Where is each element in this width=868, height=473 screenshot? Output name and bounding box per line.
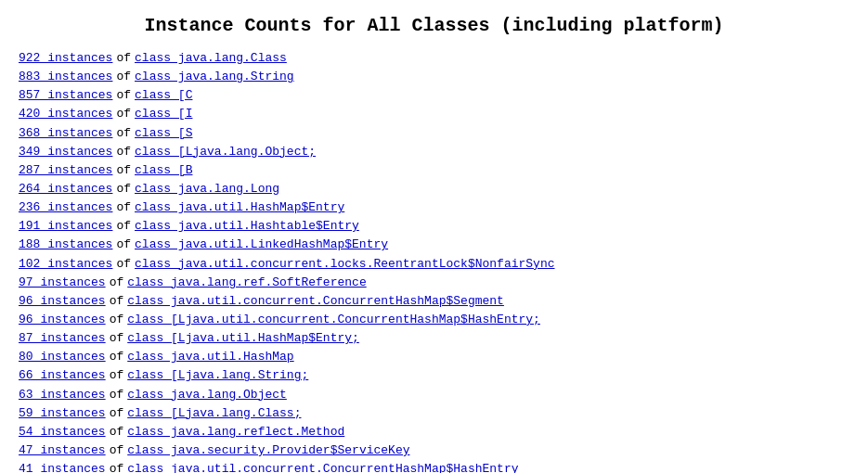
class-link[interactable]: class java.util.concurrent.locks.Reentra… (135, 255, 554, 274)
table-row: 102 instances of class java.util.concurr… (19, 255, 849, 274)
instance-count[interactable]: 66 instances (19, 366, 106, 385)
of-label: of (116, 105, 131, 123)
of-label: of (110, 423, 124, 441)
of-label: of (110, 460, 124, 473)
instance-count[interactable]: 188 instances (19, 236, 112, 254)
of-label: of (116, 143, 131, 161)
table-row: 41 instances of class java.util.concurre… (19, 460, 849, 473)
class-link[interactable]: class java.lang.ref.SoftReference (127, 274, 366, 292)
instance-count[interactable]: 59 instances (19, 404, 106, 423)
class-link[interactable]: class java.lang.Long (135, 180, 279, 198)
table-row: 63 instances of class java.lang.Object (19, 386, 849, 404)
instance-count[interactable]: 857 instances (19, 86, 112, 105)
table-row: 80 instances of class java.util.HashMap (19, 348, 849, 366)
of-label: of (116, 255, 131, 274)
table-row: 47 instances of class java.security.Prov… (19, 441, 849, 460)
table-row: 59 instances of class [Ljava.lang.Class; (19, 404, 849, 423)
class-link[interactable]: class java.util.HashMap (127, 348, 293, 366)
instance-count[interactable]: 97 instances (19, 274, 106, 292)
class-link[interactable]: class java.lang.reflect.Method (127, 423, 344, 441)
table-row: 883 instances of class java.lang.String (19, 68, 849, 86)
of-label: of (110, 404, 124, 423)
class-link[interactable]: class [Ljava.lang.String; (127, 366, 308, 385)
of-label: of (110, 441, 124, 460)
instance-count[interactable]: 96 instances (19, 292, 106, 311)
table-row: 857 instances of class [C (19, 86, 849, 105)
instance-count[interactable]: 47 instances (19, 441, 106, 460)
table-row: 349 instances of class [Ljava.lang.Objec… (19, 143, 849, 161)
table-row: 66 instances of class [Ljava.lang.String… (19, 366, 849, 385)
class-link[interactable]: class [Ljava.util.concurrent.ConcurrentH… (127, 311, 540, 329)
table-row: 264 instances of class java.lang.Long (19, 180, 849, 198)
class-link[interactable]: class [Ljava.lang.Object; (135, 143, 316, 161)
class-link[interactable]: class [Ljava.lang.Class; (127, 404, 301, 423)
of-label: of (110, 386, 124, 404)
table-row: 96 instances of class [Ljava.util.concur… (19, 311, 849, 329)
class-link[interactable]: class [B (135, 161, 192, 180)
instance-count[interactable]: 87 instances (19, 329, 106, 348)
class-link[interactable]: class java.lang.Object (127, 386, 287, 404)
of-label: of (116, 124, 131, 143)
instance-count[interactable]: 368 instances (19, 124, 112, 143)
instance-count[interactable]: 883 instances (19, 68, 112, 86)
class-link[interactable]: class java.util.concurrent.ConcurrentHas… (127, 460, 518, 473)
of-label: of (110, 366, 124, 385)
class-link[interactable]: class [S (135, 124, 192, 143)
table-row: 188 instances of class java.util.LinkedH… (19, 236, 849, 254)
of-label: of (116, 180, 131, 198)
class-link[interactable]: class [I (135, 105, 192, 123)
of-label: of (116, 236, 131, 254)
instance-count[interactable]: 41 instances (19, 460, 106, 473)
instance-count[interactable]: 80 instances (19, 348, 106, 366)
of-label: of (116, 217, 131, 236)
of-label: of (116, 68, 131, 86)
page-title: Instance Counts for All Classes (includi… (19, 15, 849, 36)
instance-count[interactable]: 54 instances (19, 423, 106, 441)
class-link[interactable]: class java.util.HashMap$Entry (135, 198, 344, 217)
class-link[interactable]: class java.lang.String (135, 68, 294, 86)
table-row: 87 instances of class [Ljava.util.HashMa… (19, 329, 849, 348)
table-row: 191 instances of class java.util.Hashtab… (19, 217, 849, 236)
of-label: of (110, 348, 124, 366)
of-label: of (116, 161, 131, 180)
class-link[interactable]: class [Ljava.util.HashMap$Entry; (127, 329, 359, 348)
table-row: 922 instances of class java.lang.Class (19, 49, 849, 68)
table-row: 420 instances of class [I (19, 105, 849, 123)
instance-count[interactable]: 236 instances (19, 198, 112, 217)
class-link[interactable]: class java.util.concurrent.ConcurrentHas… (127, 292, 504, 311)
table-row: 287 instances of class [B (19, 161, 849, 180)
of-label: of (116, 86, 131, 105)
instance-count[interactable]: 264 instances (19, 180, 112, 198)
instance-count[interactable]: 63 instances (19, 386, 106, 404)
table-row: 236 instances of class java.util.HashMap… (19, 198, 849, 217)
of-label: of (110, 311, 124, 329)
table-row: 97 instances of class java.lang.ref.Soft… (19, 274, 849, 292)
instance-count[interactable]: 420 instances (19, 105, 112, 123)
instance-count[interactable]: 191 instances (19, 217, 112, 236)
class-link[interactable]: class java.lang.Class (135, 49, 287, 68)
of-label: of (116, 198, 131, 217)
table-row: 96 instances of class java.util.concurre… (19, 292, 849, 311)
class-link[interactable]: class java.util.Hashtable$Entry (135, 217, 359, 236)
instance-count[interactable]: 102 instances (19, 255, 112, 274)
instance-count[interactable]: 287 instances (19, 161, 112, 180)
class-link[interactable]: class java.util.LinkedHashMap$Entry (135, 236, 388, 254)
instance-count[interactable]: 922 instances (19, 49, 112, 68)
of-label: of (110, 329, 124, 348)
instance-count[interactable]: 349 instances (19, 143, 112, 161)
class-link[interactable]: class [C (135, 86, 192, 105)
table-row: 54 instances of class java.lang.reflect.… (19, 423, 849, 441)
class-link[interactable]: class java.security.Provider$ServiceKey (127, 441, 409, 460)
table-row: 368 instances of class [S (19, 124, 849, 143)
of-label: of (116, 49, 131, 68)
of-label: of (110, 292, 124, 311)
instance-list: 922 instances of class java.lang.Class88… (19, 49, 849, 473)
of-label: of (110, 274, 124, 292)
instance-count[interactable]: 96 instances (19, 311, 106, 329)
